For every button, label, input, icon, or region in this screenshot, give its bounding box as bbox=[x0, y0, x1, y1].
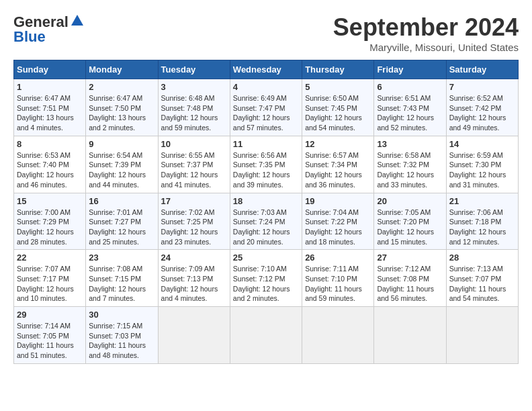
day-number: 1 bbox=[17, 82, 83, 92]
calendar-cell: 10Sunrise: 6:55 AMSunset: 7:37 PMDayligh… bbox=[158, 136, 230, 193]
calendar-cell: 12Sunrise: 6:57 AMSunset: 7:34 PMDayligh… bbox=[302, 136, 374, 193]
calendar-cell: 24Sunrise: 7:09 AMSunset: 7:13 PMDayligh… bbox=[158, 250, 230, 307]
day-info: Sunrise: 7:03 AMSunset: 7:24 PMDaylight:… bbox=[233, 208, 299, 247]
day-number: 15 bbox=[17, 196, 83, 206]
calendar-cell bbox=[158, 307, 230, 364]
day-number: 16 bbox=[89, 196, 154, 206]
daylight-label: Daylight: 11 hours and 51 minutes. bbox=[17, 341, 74, 359]
calendar-week-row: 15Sunrise: 7:00 AMSunset: 7:29 PMDayligh… bbox=[14, 193, 519, 250]
day-info: Sunrise: 7:07 AMSunset: 7:17 PMDaylight:… bbox=[17, 264, 83, 304]
day-info: Sunrise: 7:04 AMSunset: 7:22 PMDaylight:… bbox=[305, 208, 371, 247]
daylight-label: Daylight: 13 hours and 4 minutes. bbox=[17, 113, 74, 132]
day-info: Sunrise: 6:54 AMSunset: 7:39 PMDaylight:… bbox=[89, 150, 154, 190]
sunset-text: Sunset: 7:20 PM bbox=[377, 218, 429, 226]
day-number: 11 bbox=[233, 139, 299, 149]
sunrise-text: Sunrise: 7:04 AM bbox=[305, 208, 359, 216]
daylight-label: Daylight: 12 hours and 2 minutes. bbox=[233, 285, 290, 303]
calendar-cell: 28Sunrise: 7:13 AMSunset: 7:07 PMDayligh… bbox=[446, 250, 518, 307]
day-info: Sunrise: 6:47 AMSunset: 7:51 PMDaylight:… bbox=[17, 93, 83, 133]
daylight-label: Daylight: 12 hours and 15 minutes. bbox=[377, 228, 434, 246]
day-number: 22 bbox=[17, 253, 83, 263]
header-thursday: Thursday bbox=[302, 60, 374, 79]
day-info: Sunrise: 7:02 AMSunset: 7:25 PMDaylight:… bbox=[161, 208, 227, 247]
daylight-label: Daylight: 12 hours and 46 minutes. bbox=[17, 171, 74, 189]
sunset-text: Sunset: 7:39 PM bbox=[89, 161, 141, 169]
calendar-cell: 2Sunrise: 6:47 AMSunset: 7:50 PMDaylight… bbox=[86, 79, 158, 136]
day-number: 21 bbox=[449, 196, 515, 206]
daylight-label: Daylight: 12 hours and 36 minutes. bbox=[305, 171, 362, 189]
day-info: Sunrise: 6:59 AMSunset: 7:30 PMDaylight:… bbox=[449, 150, 515, 190]
calendar-table: SundayMondayTuesdayWednesdayThursdayFrid… bbox=[13, 60, 519, 364]
sunrise-text: Sunrise: 6:48 AM bbox=[161, 94, 215, 102]
daylight-label: Daylight: 11 hours and 48 minutes. bbox=[89, 341, 146, 359]
daylight-label: Daylight: 12 hours and 10 minutes. bbox=[17, 285, 74, 303]
day-info: Sunrise: 7:11 AMSunset: 7:10 PMDaylight:… bbox=[305, 264, 371, 304]
calendar-cell: 9Sunrise: 6:54 AMSunset: 7:39 PMDaylight… bbox=[86, 136, 158, 193]
sunset-text: Sunset: 7:35 PM bbox=[233, 161, 285, 169]
day-info: Sunrise: 7:09 AMSunset: 7:13 PMDaylight:… bbox=[161, 264, 227, 304]
day-number: 28 bbox=[449, 253, 515, 263]
sunrise-text: Sunrise: 7:06 AM bbox=[449, 208, 503, 216]
daylight-label: Daylight: 12 hours and 44 minutes. bbox=[89, 171, 146, 189]
sunset-text: Sunset: 7:10 PM bbox=[305, 275, 357, 283]
sunrise-text: Sunrise: 7:15 AM bbox=[89, 322, 142, 330]
daylight-label: Daylight: 12 hours and 28 minutes. bbox=[17, 228, 74, 246]
calendar-cell bbox=[374, 307, 446, 364]
calendar-cell: 30Sunrise: 7:15 AMSunset: 7:03 PMDayligh… bbox=[86, 307, 158, 364]
sunrise-text: Sunrise: 6:53 AM bbox=[17, 151, 71, 159]
sunset-text: Sunset: 7:29 PM bbox=[17, 218, 69, 226]
calendar-week-row: 22Sunrise: 7:07 AMSunset: 7:17 PMDayligh… bbox=[14, 250, 519, 307]
day-info: Sunrise: 6:57 AMSunset: 7:34 PMDaylight:… bbox=[305, 150, 371, 190]
daylight-label: Daylight: 11 hours and 59 minutes. bbox=[305, 285, 362, 303]
sunrise-text: Sunrise: 6:50 AM bbox=[305, 94, 359, 102]
calendar-cell: 11Sunrise: 6:56 AMSunset: 7:35 PMDayligh… bbox=[230, 136, 302, 193]
daylight-label: Daylight: 12 hours and 7 minutes. bbox=[89, 285, 146, 303]
sunrise-text: Sunrise: 7:11 AM bbox=[305, 265, 359, 273]
day-info: Sunrise: 6:48 AMSunset: 7:48 PMDaylight:… bbox=[161, 93, 227, 133]
calendar-cell bbox=[230, 307, 302, 364]
day-number: 18 bbox=[233, 196, 299, 206]
month-title: September 2024 bbox=[333, 13, 519, 42]
day-number: 8 bbox=[17, 139, 83, 149]
sunset-text: Sunset: 7:07 PM bbox=[449, 275, 502, 283]
daylight-label: Daylight: 11 hours and 56 minutes. bbox=[377, 285, 434, 303]
sunset-text: Sunset: 7:40 PM bbox=[17, 161, 69, 169]
calendar-cell: 19Sunrise: 7:04 AMSunset: 7:22 PMDayligh… bbox=[302, 193, 374, 250]
sunrise-text: Sunrise: 7:13 AM bbox=[449, 265, 503, 273]
calendar-cell: 3Sunrise: 6:48 AMSunset: 7:48 PMDaylight… bbox=[158, 79, 230, 136]
calendar-cell: 22Sunrise: 7:07 AMSunset: 7:17 PMDayligh… bbox=[14, 250, 86, 307]
sunset-text: Sunset: 7:08 PM bbox=[377, 275, 429, 283]
day-number: 5 bbox=[305, 82, 371, 92]
sunset-text: Sunset: 7:47 PM bbox=[233, 104, 285, 112]
calendar-week-row: 29Sunrise: 7:14 AMSunset: 7:05 PMDayligh… bbox=[14, 307, 519, 364]
sunset-text: Sunset: 7:05 PM bbox=[17, 332, 69, 340]
sunrise-text: Sunrise: 7:01 AM bbox=[89, 208, 142, 216]
sunrise-text: Sunrise: 7:07 AM bbox=[17, 265, 71, 273]
day-info: Sunrise: 6:56 AMSunset: 7:35 PMDaylight:… bbox=[233, 150, 299, 190]
day-info: Sunrise: 6:51 AMSunset: 7:43 PMDaylight:… bbox=[377, 93, 443, 133]
day-number: 14 bbox=[449, 139, 515, 149]
daylight-label: Daylight: 12 hours and 23 minutes. bbox=[161, 228, 218, 246]
daylight-label: Daylight: 12 hours and 4 minutes. bbox=[161, 285, 218, 303]
calendar-cell: 25Sunrise: 7:10 AMSunset: 7:12 PMDayligh… bbox=[230, 250, 302, 307]
calendar-cell: 20Sunrise: 7:05 AMSunset: 7:20 PMDayligh… bbox=[374, 193, 446, 250]
calendar-cell: 16Sunrise: 7:01 AMSunset: 7:27 PMDayligh… bbox=[86, 193, 158, 250]
location: Maryville, Missouri, United States bbox=[333, 42, 519, 53]
calendar-cell: 18Sunrise: 7:03 AMSunset: 7:24 PMDayligh… bbox=[230, 193, 302, 250]
day-number: 17 bbox=[161, 196, 227, 206]
day-number: 30 bbox=[89, 310, 154, 320]
sunrise-text: Sunrise: 6:51 AM bbox=[377, 94, 431, 102]
sunrise-text: Sunrise: 7:14 AM bbox=[17, 322, 71, 330]
day-info: Sunrise: 6:50 AMSunset: 7:45 PMDaylight:… bbox=[305, 93, 371, 133]
sunrise-text: Sunrise: 6:47 AM bbox=[17, 94, 71, 102]
calendar-cell: 21Sunrise: 7:06 AMSunset: 7:18 PMDayligh… bbox=[446, 193, 518, 250]
sunset-text: Sunset: 7:37 PM bbox=[161, 161, 214, 169]
day-info: Sunrise: 7:01 AMSunset: 7:27 PMDaylight:… bbox=[89, 208, 154, 247]
daylight-label: Daylight: 12 hours and 41 minutes. bbox=[161, 171, 218, 189]
daylight-label: Daylight: 12 hours and 18 minutes. bbox=[305, 228, 362, 246]
sunset-text: Sunset: 7:43 PM bbox=[377, 104, 429, 112]
day-number: 20 bbox=[377, 196, 443, 206]
day-number: 9 bbox=[89, 139, 154, 149]
calendar-cell bbox=[446, 307, 518, 364]
calendar-cell: 17Sunrise: 7:02 AMSunset: 7:25 PMDayligh… bbox=[158, 193, 230, 250]
